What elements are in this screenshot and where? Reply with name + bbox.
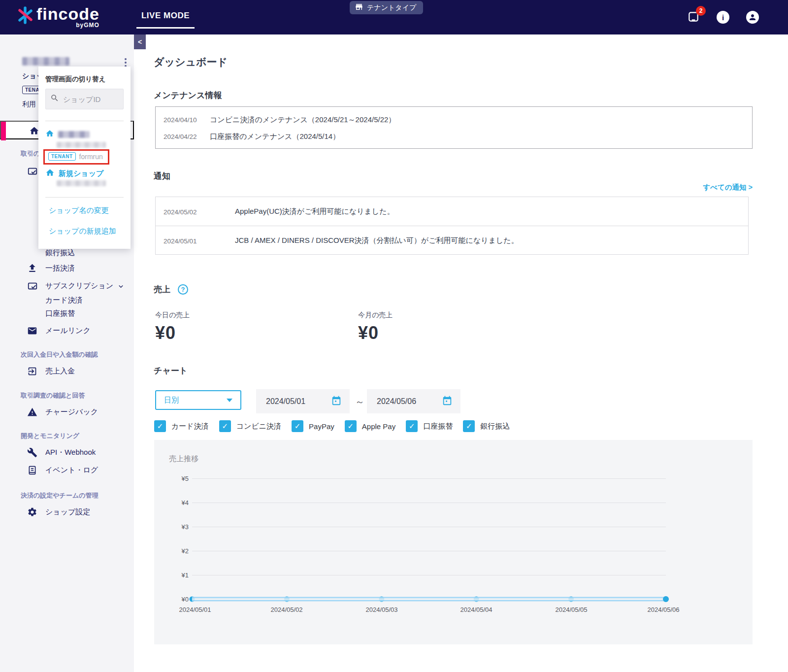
- payment-method-filters: ✓カード決済 ✓コンビニ決済 ✓PayPay ✓Apple Pay ✓口座振替 …: [154, 420, 510, 432]
- calendar-icon: [442, 395, 453, 408]
- new-shop-label: 新規ショップ: [59, 169, 103, 178]
- notification-date: 2024/05/02: [164, 207, 235, 216]
- fincode-dashboard-page: fincode byGMO LIVE MODE テナントタイプ: [0, 0, 788, 672]
- app-header: fincode byGMO LIVE MODE テナントタイプ: [0, 0, 788, 34]
- sidebar-item-api-webhook[interactable]: API・Webhook: [0, 447, 134, 458]
- info-icon: i: [717, 11, 729, 24]
- active-indicator: [1, 122, 6, 140]
- notifications-section-title: 通知: [154, 170, 170, 182]
- tenant-type-badge: テナントタイプ: [350, 1, 423, 14]
- sidebar-item-sub-account[interactable]: 口座振替: [45, 309, 75, 318]
- sidebar-item-shop-settings[interactable]: ショップ設定: [0, 507, 134, 517]
- account-button[interactable]: [746, 10, 759, 24]
- shop-id-search-input[interactable]: [63, 95, 117, 103]
- interval-value: 日別: [164, 396, 179, 405]
- page-title: ダッシュボード: [154, 55, 228, 69]
- notification-text: ApplePay(UC)決済がご利用可能になりました。: [235, 207, 394, 216]
- sidebar-item-sub-card[interactable]: カード決済: [45, 296, 83, 305]
- tenant-type-label: テナントタイプ: [367, 3, 416, 12]
- date-to-value: 2024/05/06: [377, 397, 416, 406]
- filter-account-transfer[interactable]: ✓口座振替: [406, 420, 453, 432]
- sales-today-label: 今日の売上: [155, 311, 190, 320]
- notifications-button[interactable]: 2: [687, 10, 700, 24]
- redacted-shop-name: [58, 131, 90, 138]
- chevron-left-icon: <: [138, 38, 142, 46]
- filter-konbini[interactable]: ✓コンビニ決済: [219, 420, 281, 432]
- gridline: [192, 503, 666, 503]
- sidebar-item-bank-transfer[interactable]: 銀行振込: [45, 248, 75, 258]
- checkbox-checked-icon: ✓: [219, 420, 231, 432]
- redacted-shop-name: [22, 57, 69, 66]
- tab-live-mode[interactable]: LIVE MODE: [136, 0, 195, 34]
- sidebar-item-event-log[interactable]: イベント・ログ: [0, 465, 134, 475]
- maintenance-date: 2024/04/10: [164, 115, 199, 125]
- chart-section-title: チャート: [154, 365, 188, 376]
- maintenance-text: コンビニ決済のメンテナンス（2024/5/21～2024/5/22）: [210, 115, 395, 125]
- home-icon: [29, 126, 39, 137]
- date-to-field[interactable]: 2024/05/06: [367, 389, 460, 413]
- sidebar-section-deposit: 次回入金日や入金額の確認: [21, 350, 98, 359]
- popup-shop-item[interactable]: [45, 129, 90, 139]
- sales-today-value: ¥0: [155, 323, 176, 343]
- sidebar-item-subscription[interactable]: サブスクリプション: [0, 281, 134, 291]
- notifications-table: 2024/05/02 ApplePay(UC)決済がご利用可能になりました。 2…: [155, 197, 749, 255]
- filter-card-payment[interactable]: ✓カード決済: [154, 420, 209, 432]
- sidebar-item-maillink[interactable]: メールリンク: [0, 326, 134, 336]
- kebab-icon[interactable]: [125, 58, 127, 67]
- sidebar-collapse-button[interactable]: <: [134, 34, 146, 49]
- notification-row[interactable]: 2024/05/02 ApplePay(UC)決済がご利用可能になりました。: [156, 197, 748, 226]
- sidebar-item-chargeback[interactable]: チャージバック: [0, 407, 134, 417]
- popup-new-shop-item[interactable]: 新規ショップ: [45, 168, 103, 179]
- maintenance-date: 2024/04/22: [164, 132, 199, 141]
- rename-shop-link[interactable]: ショップ名の変更: [49, 206, 109, 215]
- shop-id-search[interactable]: [45, 89, 124, 109]
- header-actions: 2 i: [687, 0, 759, 34]
- maintenance-row: 2024/04/22 口座振替のメンテナンス（2024/5/14）: [164, 132, 340, 141]
- filter-bank-transfer[interactable]: ✓銀行振込: [463, 420, 510, 432]
- sidebar-item-bulk-payment[interactable]: 一括決済: [0, 263, 134, 273]
- divider: [45, 121, 124, 121]
- admin-switch-popup: 管理画面の切り替え TENANT formrun 新規ショップ: [38, 67, 131, 249]
- checkbox-checked-icon: ✓: [463, 420, 475, 432]
- date-from-value: 2024/05/01: [266, 397, 305, 406]
- interval-dropdown[interactable]: 日別: [155, 390, 241, 410]
- log-icon: [27, 465, 37, 475]
- filter-applepay[interactable]: ✓Apple Pay: [345, 420, 395, 432]
- maintenance-row: 2024/04/10 コンビニ決済のメンテナンス（2024/5/21～2024/…: [164, 115, 395, 125]
- fincode-logo: fincode byGMO: [18, 5, 99, 29]
- checkbox-checked-icon: ✓: [406, 420, 418, 432]
- sidebar-section-dev: 開発とモニタリング: [21, 432, 79, 440]
- sales-line-series: [189, 594, 670, 605]
- redacted-shop-id: [57, 180, 106, 186]
- checkbox-checked-icon: ✓: [292, 420, 303, 432]
- date-from-field[interactable]: 2024/05/01: [256, 389, 350, 413]
- tools-icon: [27, 447, 37, 458]
- y-tick: ¥4: [164, 499, 189, 506]
- tenant-store-icon: [355, 2, 363, 13]
- sales-help-icon[interactable]: ?: [178, 284, 188, 295]
- logo-wordmark: fincode: [36, 4, 99, 23]
- notification-row[interactable]: 2024/05/01 JCB / AMEX / DINERS / DISCOVE…: [156, 226, 748, 255]
- filter-paypay[interactable]: ✓PayPay: [292, 420, 334, 432]
- info-button[interactable]: i: [716, 10, 730, 24]
- notification-date: 2024/05/01: [164, 236, 235, 245]
- add-shop-link[interactable]: ショップの新規追加: [49, 227, 116, 236]
- view-all-notifications-link[interactable]: すべての通知 >: [703, 183, 753, 192]
- sidebar-item-sales-deposit[interactable]: 売上入金: [0, 366, 134, 376]
- fincode-logo-mark: [18, 5, 33, 28]
- sidebar-section-transactions-fragment: 取引の: [21, 149, 40, 158]
- gridline: [192, 527, 666, 527]
- x-tick: 2024/05/06: [647, 606, 679, 613]
- date-range-tilde: ～: [355, 396, 364, 408]
- mail-icon: [27, 326, 37, 336]
- chart-title: 売上推移: [169, 454, 198, 464]
- checkbox-checked-icon: ✓: [345, 420, 357, 432]
- calendar-icon: [331, 395, 342, 408]
- y-tick: ¥3: [164, 523, 189, 531]
- search-icon: [50, 94, 59, 104]
- account-icon: [746, 11, 759, 24]
- popup-title: 管理画面の切り替え: [45, 75, 105, 84]
- sidebar-section-settings: 決済の設定やチームの管理: [21, 491, 98, 500]
- chevron-down-icon[interactable]: [117, 282, 125, 291]
- maintenance-text: 口座振替のメンテナンス（2024/5/14）: [210, 132, 340, 141]
